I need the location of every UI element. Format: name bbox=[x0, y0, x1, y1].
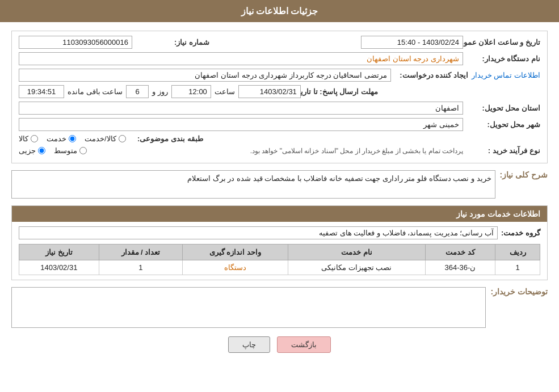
category-service-item: خدمت bbox=[47, 134, 76, 143]
category-kala-service-item: کالا/خدمت bbox=[85, 134, 126, 143]
deadline-date: 1403/02/31 bbox=[238, 85, 301, 98]
deadline-remaining-label: ساعت باقی مانده bbox=[68, 87, 123, 96]
purchase-motavaset-radio[interactable] bbox=[79, 147, 87, 154]
deadline-time-label: ساعت bbox=[215, 87, 235, 96]
deadline-days: 6 bbox=[126, 85, 149, 98]
need-description-label: شرح کلی نیاز: bbox=[500, 170, 548, 179]
requester-group: ایجاد کننده درخواست: مرتضی اسحاقیان درجه… bbox=[19, 69, 468, 82]
service-group-value: آب رسانی؛ مدیریت پسماند، فاضلاب و فعالیت… bbox=[19, 226, 498, 239]
deadline-label: مهلت ارسال پاسخ: تا تاریخ: bbox=[304, 87, 378, 96]
requester-value: مرتضی اسحاقیان درجه کاربرداز شهرداری درج… bbox=[19, 69, 391, 82]
services-section-title: اطلاعات خدمات مورد نیاز bbox=[12, 206, 547, 222]
col-quantity: تعداد / مقدار bbox=[99, 245, 182, 260]
row-purchase-type: نوع فرآیند خرید : پرداخت تمام یا بخشی از… bbox=[19, 146, 540, 155]
category-kala-item: کالا bbox=[19, 134, 38, 143]
buyer-org-value: شهرداری درجه استان اصفهان bbox=[19, 52, 463, 65]
purchase-radio-group: متوسط جزیی bbox=[19, 146, 87, 155]
purchase-motavaset-item: متوسط bbox=[54, 146, 87, 155]
purchase-jozee-radio[interactable] bbox=[38, 147, 45, 154]
purchase-motavaset-label: متوسط bbox=[54, 146, 77, 155]
need-number-label: شماره نیاز: bbox=[136, 38, 209, 47]
buttons-row: بازگشت چاپ bbox=[11, 336, 548, 353]
city-label: شهر محل تحویل: bbox=[466, 120, 540, 129]
deadline-time: 12:00 bbox=[171, 85, 211, 98]
announcement-date-value: 1403/02/24 - 15:40 bbox=[361, 36, 463, 49]
col-service-name: نام خدمت bbox=[288, 245, 425, 260]
purchase-type-note: پرداخت تمام یا بخشی از مبلغ خریدار از مح… bbox=[91, 147, 463, 155]
buyer-org-label: نام دستگاه خریدار: bbox=[466, 54, 540, 63]
category-kala-label: کالا bbox=[19, 134, 28, 143]
category-service-radio[interactable] bbox=[69, 135, 76, 142]
col-row-num: ردیف bbox=[495, 245, 540, 260]
deadline-group: مهلت ارسال پاسخ: تا تاریخ: 1403/02/31 سا… bbox=[19, 85, 378, 98]
purchase-type-label: نوع فرآیند خرید : bbox=[466, 146, 540, 155]
back-button[interactable]: بازگشت bbox=[277, 336, 331, 353]
row-need-date: تاریخ و ساعت اعلان عمومی: 1403/02/24 - 1… bbox=[19, 36, 540, 49]
city-value: خمینی شهر bbox=[19, 118, 463, 131]
cell-row-num: 1 bbox=[495, 260, 540, 275]
col-service-code: کد خدمت bbox=[425, 245, 495, 260]
page-wrapper: جزئیات اطلاعات نیاز تاریخ و ساعت اعلان ع… bbox=[0, 0, 559, 392]
need-number-group: شماره نیاز: 1103093056000016 bbox=[19, 36, 209, 49]
col-unit: واحد اندازه گیری bbox=[183, 245, 288, 260]
print-button[interactable]: چاپ bbox=[228, 336, 270, 353]
services-section: اطلاعات خدمات مورد نیاز گروه خدمت: آب رس… bbox=[11, 205, 548, 280]
cell-date: 1403/02/31 bbox=[19, 260, 99, 275]
services-inner: گروه خدمت: آب رسانی؛ مدیریت پسماند، فاضل… bbox=[12, 222, 547, 280]
services-table-header: ردیف کد خدمت نام خدمت واحد اندازه گیری ت… bbox=[19, 245, 540, 260]
contact-link-group: اطلاعات تماس خریدار bbox=[472, 71, 540, 79]
top-info-inner: تاریخ و ساعت اعلان عمومی: 1403/02/24 - 1… bbox=[12, 31, 547, 163]
announcement-date-label: تاریخ و ساعت اعلان عمومی: bbox=[466, 38, 540, 47]
cell-service-name: نصب تجهیزات مکانیکی bbox=[288, 260, 425, 275]
purchase-jozee-label: جزیی bbox=[19, 146, 36, 155]
cell-service-code: ن-36-364 bbox=[425, 260, 495, 275]
category-label: طبقه بندی موضوعی: bbox=[129, 134, 203, 143]
content-area: تاریخ و ساعت اعلان عمومی: 1403/02/24 - 1… bbox=[0, 22, 559, 370]
table-row: 1 ن-36-364 نصب تجهیزات مکانیکی دستگاه 1 … bbox=[19, 260, 540, 275]
page-header: جزئیات اطلاعات نیاز bbox=[0, 0, 559, 22]
row-province: استان محل تحویل: اصفهان bbox=[19, 102, 540, 115]
services-table: ردیف کد خدمت نام خدمت واحد اندازه گیری ت… bbox=[19, 244, 540, 275]
category-radio-group: کالا/خدمت خدمت کالا bbox=[19, 134, 126, 143]
need-number-value: 1103093056000016 bbox=[19, 36, 132, 49]
services-table-body: 1 ن-36-364 نصب تجهیزات مکانیکی دستگاه 1 … bbox=[19, 260, 540, 275]
purchase-type-group: پرداخت تمام یا بخشی از مبلغ خریدار از مح… bbox=[19, 146, 463, 155]
cell-quantity: 1 bbox=[99, 260, 182, 275]
purchase-jozee-item: جزیی bbox=[19, 146, 45, 155]
row-buyer-org: نام دستگاه خریدار: شهرداری درجه استان اص… bbox=[19, 52, 540, 65]
category-kala-service-radio[interactable] bbox=[119, 135, 126, 142]
category-kala-service-label: کالا/خدمت bbox=[85, 134, 116, 143]
top-info-section: تاریخ و ساعت اعلان عمومی: 1403/02/24 - 1… bbox=[11, 31, 548, 163]
row-category: طبقه بندی موضوعی: کالا/خدمت خدمت کالا bbox=[19, 134, 540, 143]
province-label: استان محل تحویل: bbox=[466, 104, 540, 112]
buyer-notes-label: توضیحات خریدار: bbox=[490, 287, 548, 296]
need-description-value: خرید و نصب دستگاه فلو متر راداری جهت تصف… bbox=[11, 170, 495, 199]
requester-label: ایجاد کننده درخواست: bbox=[394, 71, 468, 79]
row-requester: اطلاعات تماس خریدار ایجاد کننده درخواست:… bbox=[19, 69, 540, 82]
category-kala-radio[interactable] bbox=[31, 135, 38, 142]
city-group: شهر محل تحویل: خمینی شهر bbox=[19, 118, 540, 131]
need-description-row: شرح کلی نیاز: خرید و نصب دستگاه فلو متر … bbox=[11, 170, 548, 199]
row-deadline: مهلت ارسال پاسخ: تا تاریخ: 1403/02/31 سا… bbox=[19, 85, 540, 98]
contact-link[interactable]: اطلاعات تماس خریدار bbox=[472, 71, 540, 79]
buyer-notes-row: توضیحات خریدار: bbox=[11, 287, 548, 328]
province-value: اصفهان bbox=[19, 102, 463, 115]
page-title: جزئیات اطلاعات نیاز bbox=[241, 6, 318, 16]
service-group-label: گروه خدمت: bbox=[501, 229, 540, 237]
buyer-org-group: نام دستگاه خریدار: شهرداری درجه استان اص… bbox=[19, 52, 540, 65]
deadline-remaining: 19:34:51 bbox=[19, 85, 64, 98]
buyer-notes-textarea[interactable] bbox=[11, 287, 486, 328]
cell-unit: دستگاه bbox=[183, 260, 288, 275]
row-city: شهر محل تحویل: خمینی شهر bbox=[19, 118, 540, 131]
service-group-row: گروه خدمت: آب رسانی؛ مدیریت پسماند، فاضل… bbox=[19, 226, 540, 239]
deadline-days-label: روز و bbox=[152, 87, 168, 96]
announcement-date-group: تاریخ و ساعت اعلان عمومی: 1403/02/24 - 1… bbox=[361, 36, 540, 49]
category-service-label: خدمت bbox=[47, 134, 66, 143]
province-group: استان محل تحویل: اصفهان bbox=[19, 102, 540, 115]
col-date: تاریخ نیاز bbox=[19, 245, 99, 260]
